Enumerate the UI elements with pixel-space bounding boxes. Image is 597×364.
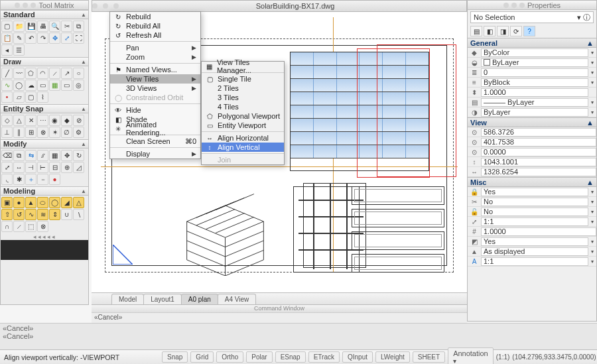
status-ortho[interactable]: Ortho — [216, 351, 243, 363]
tool-region[interactable]: ▱ — [13, 91, 25, 103]
palette-grip[interactable]: ◂◂◂◂◂ — [1, 233, 88, 240]
tool-intersect[interactable]: ∩ — [1, 221, 13, 232]
submenu-2-tiles[interactable]: 2 Tiles — [202, 84, 284, 93]
view-menu[interactable]: ↻Rebuild ↻Rebuild All ↺Refresh All Pan▶ … — [109, 11, 201, 159]
submenu-polygonal-viewport[interactable]: ⬠Polygonal Viewport — [202, 111, 284, 121]
tool-preview[interactable]: 🔍 — [49, 21, 60, 32]
tool-join[interactable]: ⊕ — [61, 162, 72, 173]
tool-extend[interactable]: ⊢ — [37, 162, 48, 173]
tool-open[interactable]: 📁 — [13, 21, 25, 32]
tool-cloud[interactable]: ☁ — [25, 80, 36, 91]
tool-trim[interactable]: ⊣ — [25, 162, 36, 173]
status-sheet[interactable]: SHEET — [413, 351, 445, 363]
tool-box[interactable]: ▣ — [1, 197, 13, 208]
menu-refresh-all[interactable]: ↺Refresh All — [110, 30, 200, 40]
prop-lineweight[interactable]: ByBlock — [481, 78, 588, 87]
menu-rebuild-all[interactable]: ↻Rebuild All — [110, 21, 200, 30]
traffic-zoom[interactable] — [113, 3, 119, 9]
tool-wipeout[interactable]: ▭ — [37, 80, 48, 91]
submenu-4-tiles[interactable]: 4 Tiles — [202, 102, 284, 111]
tool-point[interactable]: • — [1, 91, 13, 103]
submenu-align-vertical[interactable]: ↕Align Vertical — [202, 143, 284, 152]
status-grid[interactable]: Grid — [190, 351, 214, 363]
status-lweight[interactable]: LWeight — [375, 351, 410, 363]
tool-chamfer[interactable]: ◿ — [73, 162, 84, 173]
prop-height[interactable]: 1043.1001 — [481, 158, 596, 166]
tool-union[interactable]: ∪ — [61, 209, 72, 220]
tool-scale[interactable]: ⤢ — [1, 162, 13, 173]
snap-par[interactable]: ∥ — [13, 127, 25, 138]
menu-rebuild[interactable]: ↻Rebuild — [110, 12, 200, 21]
prop-section-misc[interactable]: Misc▲ — [468, 177, 596, 187]
prop-locked[interactable]: Yes — [481, 188, 588, 196]
snap-none[interactable]: ∅ — [61, 127, 72, 138]
tool-paste[interactable]: 📋 — [1, 32, 13, 44]
tool-new[interactable]: ▢ — [1, 21, 13, 32]
prop-center-z[interactable]: 0.0000 — [481, 148, 596, 156]
section-draw[interactable]: Draw▲ — [1, 57, 88, 66]
prop-plotstyle[interactable]: ——— ByLayer — [481, 98, 588, 107]
tool-array[interactable]: ▦ — [49, 150, 60, 161]
view-tiles-submenu[interactable]: ▦View Tiles Manager... ▢Single Tile 2 Ti… — [201, 61, 285, 165]
tool-rect[interactable]: ▭ — [61, 80, 72, 91]
status-snap[interactable]: Snap — [162, 351, 188, 363]
tool-sweep[interactable]: ∿ — [25, 209, 36, 220]
status-esnap[interactable]: ESnap — [275, 351, 306, 363]
tool-cyl[interactable]: ⬭ — [37, 197, 48, 208]
snap-int[interactable]: ✕ — [25, 115, 36, 126]
tool-polyline[interactable]: 〰 — [13, 68, 25, 79]
sheet-tab-a0plan[interactable]: A0 plan — [181, 294, 218, 304]
tool-hatch[interactable]: ▦ — [49, 80, 60, 91]
menu-display[interactable]: Display▶ — [110, 149, 200, 158]
tool-mirror[interactable]: ⇆ — [25, 150, 36, 161]
command-window[interactable]: Command Window «Cancel» — [92, 304, 467, 324]
prop-shade-plot[interactable]: As displayed — [481, 247, 588, 256]
sheet-tab-a4view[interactable]: A4 View — [218, 294, 257, 304]
tool-xline[interactable]: ⟋ — [49, 68, 60, 79]
traffic-min[interactable] — [103, 3, 108, 9]
prop-clipped[interactable]: No — [481, 198, 588, 206]
tool-break[interactable]: ⊟ — [49, 162, 60, 173]
tool-props[interactable]: ☰ — [13, 44, 25, 56]
prop-color[interactable]: ByColor — [481, 48, 588, 57]
menu-zoom[interactable]: Zoom▶ — [110, 52, 200, 62]
tool-pull[interactable]: ⇕ — [49, 209, 60, 220]
tool-extrude[interactable]: ⇧ — [1, 209, 13, 220]
snap-ext[interactable]: ⋯ — [37, 115, 48, 126]
tool-ellipse[interactable]: ◯ — [13, 80, 25, 91]
snap-cen[interactable]: ◉ — [49, 115, 60, 126]
tool-thicken[interactable]: ⬚ — [25, 221, 36, 232]
tool-3dpoly[interactable]: ⌇ — [37, 91, 48, 103]
status-etrack[interactable]: ETrack — [308, 351, 340, 363]
tool-stretch[interactable]: ↔ — [13, 162, 25, 173]
sheet-tab-model[interactable]: Model — [111, 294, 144, 304]
menu-view-tiles[interactable]: View Tiles▶ — [110, 74, 200, 84]
submenu-entity-viewport[interactable]: ▭Entity Viewport — [202, 121, 284, 130]
tool-torus[interactable]: ◯ — [49, 197, 60, 208]
prop-linetype[interactable]: 0 — [481, 68, 588, 77]
prop-section-general[interactable]: General▲ — [468, 38, 596, 48]
tool-match[interactable]: ✎ — [13, 32, 25, 44]
prop-thickness[interactable]: 1.0000 — [481, 88, 588, 97]
tool-wedge[interactable]: ◢ — [61, 197, 72, 208]
prop-anno-scale[interactable]: 1:1 — [481, 257, 588, 266]
tool-copy[interactable]: ⧉ — [73, 21, 84, 32]
snap-quad[interactable]: ◆ — [61, 115, 72, 126]
tool-explode[interactable]: ✱ — [13, 174, 25, 185]
prop-layer[interactable]: ByLayer — [481, 58, 588, 67]
tool-save[interactable]: 💾 — [25, 21, 36, 32]
selection-combo[interactable]: No Selection▾ ⓘ — [470, 11, 594, 23]
tool-ray[interactable]: ↗ — [61, 68, 72, 79]
prop-width[interactable]: 1328.6254 — [481, 168, 596, 176]
prop-ucsper[interactable]: Yes — [481, 237, 588, 246]
status-annotation[interactable]: Annotation ▾ — [448, 347, 494, 364]
section-modify[interactable]: Modify▲ — [1, 139, 88, 149]
prop-tb-help[interactable]: ? — [523, 26, 535, 36]
menu-clean-screen[interactable]: Clean Screen⌘0 — [110, 137, 200, 146]
section-modeling[interactable]: Modeling▲ — [1, 186, 88, 196]
menu-3d-views[interactable]: 3D Views▶ — [110, 84, 200, 93]
tool-offset[interactable]: ⫽ — [37, 150, 48, 161]
prop-scale1[interactable]: 1:1 — [481, 217, 588, 226]
menu-named-views[interactable]: ⚑Named Views... — [110, 65, 200, 74]
sheet-tab-layout1[interactable]: Layout1 — [143, 294, 182, 304]
